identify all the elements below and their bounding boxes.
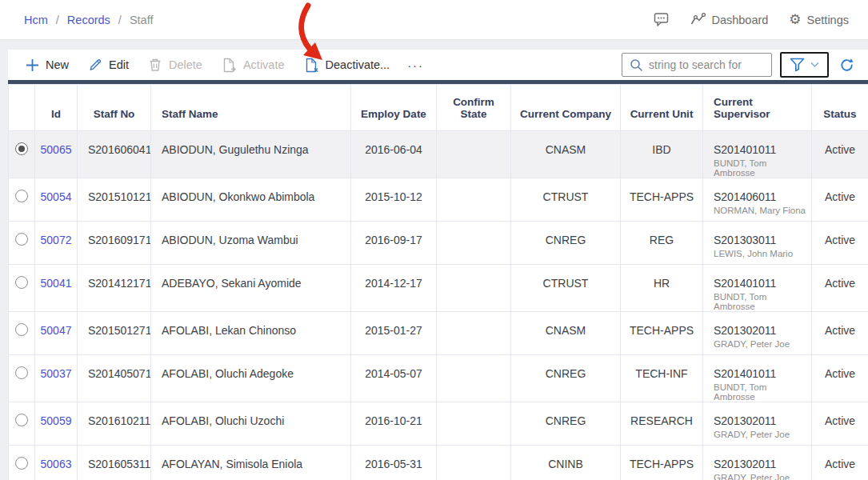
toolbar-actions: New Edit Delete <box>16 54 432 77</box>
current-supervisor-cell: S201401011 BUNDT, Tom Ambrosse <box>703 131 812 178</box>
row-select-radio[interactable] <box>15 457 28 470</box>
table-row[interactable]: 50072 S201609171 ABIODUN, Uzoma Wambui 2… <box>9 222 868 265</box>
column-header-current-supervisor[interactable]: Current Supervisor <box>703 85 812 131</box>
column-header-status[interactable]: Status <box>812 85 868 131</box>
search-box <box>622 53 772 77</box>
employ-date-cell: 2014-12-17 <box>351 265 437 312</box>
breadcrumb-records[interactable]: Records <box>67 14 110 26</box>
staff-id-link[interactable]: 50063 <box>41 458 72 470</box>
current-supervisor-cell: S201302011 GRADY, Peter Joe <box>703 402 812 446</box>
staff-id-link[interactable]: 50059 <box>41 414 72 427</box>
table-row[interactable]: 50047 S201501271 AFOLABI, Lekan Chinonso… <box>9 312 868 355</box>
current-unit-cell: IBD <box>621 131 703 178</box>
table-row[interactable]: 50059 S201610211 AFOLABI, Oluchi Uzochi … <box>9 402 868 446</box>
column-header-current-unit[interactable]: Current Unit <box>621 85 703 131</box>
filter-button[interactable] <box>780 52 829 78</box>
staff-id-link[interactable]: 50047 <box>41 324 72 337</box>
current-company-cell: CNASM <box>511 131 621 178</box>
chat-bubble-icon <box>654 12 670 27</box>
chat-button[interactable] <box>654 12 670 27</box>
deactivate-button-label: Deactivate... <box>326 58 390 71</box>
current-unit-cell: TECH-APPS <box>621 446 703 480</box>
confirm-state-cell <box>437 446 511 480</box>
table-row[interactable]: 50041 S201412171 ADEBAYO, Sekani Ayomide… <box>9 265 868 312</box>
settings-button[interactable]: ⚙ Settings <box>789 13 849 26</box>
dashboard-button[interactable]: Dashboard <box>690 13 768 26</box>
row-select-radio[interactable] <box>15 142 28 155</box>
column-header-staff-name[interactable]: Staff Name <box>151 85 351 131</box>
current-supervisor-cell: S201303011 LEWIS, John Mario <box>703 222 812 265</box>
more-commands-button[interactable]: ··· <box>399 54 432 76</box>
staff-table: IdStaff NoStaff NameEmploy DateConfirm S… <box>8 84 868 480</box>
staff-name-cell: AFOLABI, Oluchi Uzochi <box>151 402 351 446</box>
id-cell: 50059 <box>35 402 78 446</box>
column-header-staff-no[interactable]: Staff No <box>78 85 151 131</box>
supervisor-id: S201406011 <box>714 190 806 203</box>
staff-name-cell: ADEBAYO, Sekani Ayomide <box>151 265 351 312</box>
table-row[interactable]: 50065 S201606041 ABIODUN, Gugulethu Nzin… <box>9 131 868 178</box>
activate-button[interactable]: Activate <box>212 54 294 77</box>
select-cell <box>9 131 35 178</box>
row-select-radio[interactable] <box>15 414 28 426</box>
supervisor-id: S201401011 <box>714 367 806 380</box>
supervisor-name: BUNDT, Tom Ambrosse <box>714 382 806 402</box>
settings-label: Settings <box>807 14 849 26</box>
toolbar-search-group <box>622 52 857 78</box>
status-cell: Active <box>812 178 868 222</box>
search-input[interactable] <box>649 58 764 71</box>
id-cell: 50072 <box>35 222 78 265</box>
row-select-radio[interactable] <box>15 190 28 202</box>
staff-no-cell: S201610211 <box>78 402 151 446</box>
staff-no-cell: S201405071 <box>78 355 151 402</box>
current-unit-cell: TECH-APPS <box>621 312 703 355</box>
dashboard-label: Dashboard <box>711 14 768 26</box>
select-cell <box>9 312 35 355</box>
table-row[interactable]: 50037 S201405071 AFOLABI, Oluchi Adegoke… <box>9 355 868 402</box>
employ-date-cell: 2016-06-04 <box>351 131 437 178</box>
column-header-employ-date[interactable]: Employ Date <box>351 85 437 131</box>
current-company-cell: CNREG <box>511 402 621 446</box>
edit-button[interactable]: Edit <box>78 54 138 76</box>
select-cell <box>9 446 35 480</box>
plus-icon <box>26 58 39 72</box>
current-supervisor-cell: S201406011 NORMAN, Mary Fiona <box>703 178 812 222</box>
row-select-radio[interactable] <box>15 233 28 246</box>
supervisor-name: GRADY, Peter Joe <box>714 473 806 480</box>
confirm-state-cell <box>437 355 511 402</box>
select-cell <box>9 265 35 312</box>
staff-id-link[interactable]: 50037 <box>41 367 72 380</box>
staff-no-cell: S201510121 <box>78 178 151 222</box>
staff-id-link[interactable]: 50072 <box>41 234 72 246</box>
id-cell: 50041 <box>35 265 78 312</box>
status-cell: Active <box>812 222 868 265</box>
deactivate-button[interactable]: Deactivate... <box>294 54 400 77</box>
current-supervisor-cell: S201401011 BUNDT, Tom Ambrosse <box>703 355 812 402</box>
staff-id-link[interactable]: 50054 <box>41 190 72 203</box>
staff-id-link[interactable]: 50041 <box>41 277 72 290</box>
staff-no-cell: S201412171 <box>78 265 151 312</box>
supervisor-id: S201401011 <box>714 277 806 290</box>
row-select-radio[interactable] <box>15 323 28 336</box>
column-header-current-company[interactable]: Current Company <box>511 85 621 131</box>
status-cell: Active <box>812 131 868 178</box>
table-row[interactable]: 50054 S201510121 ABIODUN, Okonkwo Abimbo… <box>9 178 868 222</box>
refresh-button[interactable] <box>837 55 857 75</box>
staff-id-link[interactable]: 50065 <box>41 143 72 156</box>
new-button[interactable]: New <box>16 54 78 76</box>
staff-table-header-row: IdStaff NoStaff NameEmploy DateConfirm S… <box>9 85 868 131</box>
confirm-state-cell <box>437 178 511 222</box>
employ-date-cell: 2016-09-17 <box>351 222 437 265</box>
breadcrumb-hcm[interactable]: Hcm <box>24 14 48 26</box>
current-unit-cell: TECH-INF <box>621 355 703 402</box>
column-header-confirm-state[interactable]: Confirm State <box>437 85 511 131</box>
column-header-id[interactable]: Id <box>35 85 78 131</box>
supervisor-name: BUNDT, Tom Ambrosse <box>714 158 806 178</box>
delete-button[interactable]: Delete <box>138 54 212 76</box>
row-select-radio[interactable] <box>15 276 28 289</box>
table-row[interactable]: 50063 S201605311 AFOLAYAN, Simisola Enio… <box>9 446 868 480</box>
id-cell: 50054 <box>35 178 78 222</box>
row-select-radio[interactable] <box>15 366 28 379</box>
refresh-icon <box>838 57 855 74</box>
status-cell: Active <box>812 402 868 446</box>
current-company-cell: CNINB <box>511 446 621 480</box>
